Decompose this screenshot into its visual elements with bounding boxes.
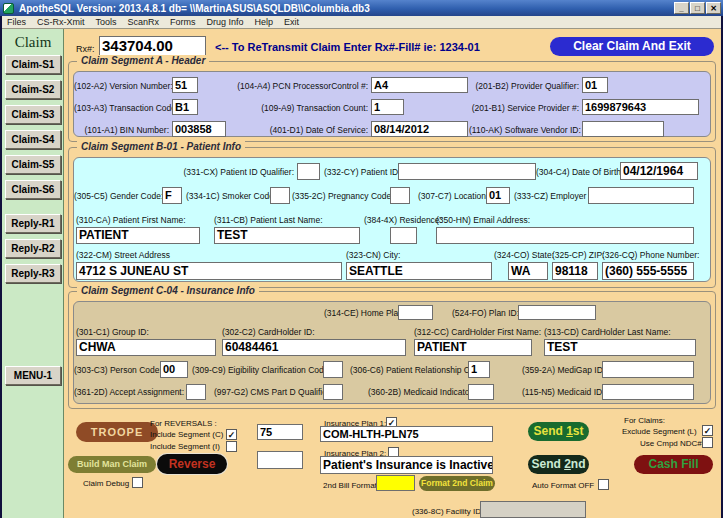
street-address-field[interactable]: 4712 S JUNEAU ST	[76, 262, 342, 280]
menu-cs-rx-xmit[interactable]: CS-Rx-Xmit	[37, 17, 85, 27]
insurance-plan1-field[interactable]: COM-HLTH-PLN75	[320, 426, 493, 442]
accept-assignment-field[interactable]	[186, 384, 206, 400]
segment-b-title: Claim Segment B-01 - Patient Info	[77, 141, 245, 152]
maximize-icon[interactable]: □	[690, 2, 705, 14]
smoker-code-field[interactable]	[270, 187, 290, 204]
clear-claim-exit-button[interactable]: Clear Claim And Exit	[550, 37, 714, 56]
facility-id-field[interactable]	[480, 501, 586, 518]
claim-debug-label: Claim Debug	[83, 479, 129, 488]
plan-id-field[interactable]	[518, 305, 596, 320]
sidebar-item-reply-r1[interactable]: Reply-R1	[5, 214, 61, 233]
accept-assignment-label: (361-2D) Accept Assignment:	[74, 387, 184, 397]
menu-scanrx[interactable]: ScanRx	[128, 17, 160, 27]
patient-last-name-field[interactable]: TEST	[214, 227, 360, 244]
phone-number-field[interactable]: (360) 555-5555	[602, 262, 694, 280]
email-address-field[interactable]	[436, 227, 694, 244]
gender-code-label: (305-C5) Gender Code:	[74, 191, 160, 201]
residence-field[interactable]	[390, 227, 417, 244]
version-number-field[interactable]: 51	[172, 77, 198, 93]
reverse-button[interactable]: Reverse	[157, 454, 227, 474]
state-field[interactable]: WA	[508, 262, 548, 280]
patient-id-field[interactable]	[398, 163, 536, 180]
group-id-label: (301-C1) Group ID:	[76, 327, 149, 337]
home-plan-field[interactable]	[398, 305, 433, 320]
send-2nd-suffix: nd	[571, 457, 586, 471]
rx-number-field[interactable]: 343704.00	[99, 36, 206, 56]
sidebar-item-claim-s2[interactable]: Claim-S2	[5, 80, 61, 99]
cardholder-id-field[interactable]: 60484461	[222, 339, 406, 356]
menu-help[interactable]: Help	[255, 17, 274, 27]
group-id-field[interactable]: CHWA	[76, 339, 216, 356]
cash-fill-button[interactable]: Cash Fill	[634, 455, 713, 474]
use-cmpd-ndc-checkbox[interactable]	[702, 437, 713, 448]
service-provider-field[interactable]: 1699879643	[582, 99, 699, 115]
patient-id-qualifier-field[interactable]	[297, 163, 320, 180]
provider-qualifier-label: (201-B2) Provider Qualifier:	[469, 81, 579, 91]
date-of-birth-field[interactable]: 04/12/1964	[620, 162, 698, 180]
second-bill-format-field[interactable]	[376, 475, 415, 491]
medicaid-indicator-field[interactable]	[468, 384, 494, 400]
minimize-icon[interactable]: _	[674, 2, 689, 14]
menu-drug-info[interactable]: Drug Info	[207, 17, 244, 27]
claim-debug-checkbox[interactable]	[132, 477, 143, 488]
city-field[interactable]: SEATTLE	[346, 262, 492, 280]
transaction-code-field[interactable]: B1	[172, 99, 198, 115]
sidebar-item-reply-r2[interactable]: Reply-R2	[5, 239, 61, 258]
troope-button[interactable]: TROOPE	[76, 422, 158, 442]
cardholder-first-name-label: (312-CC) CardHolder First Name:	[414, 327, 541, 337]
segment-a-group: Claim Segment A - Header (102-A2) Versio…	[68, 61, 716, 142]
sidebar-item-reply-r3[interactable]: Reply-R3	[5, 264, 61, 283]
sidebar-item-claim-s6[interactable]: Claim-S6	[5, 180, 61, 199]
auto-format-off-checkbox[interactable]	[598, 479, 609, 490]
cardholder-last-name-field[interactable]: TEST	[544, 339, 696, 356]
pregnancy-code-field[interactable]	[390, 187, 410, 204]
format-2nd-claim-button[interactable]: Format 2nd Claim	[419, 476, 495, 491]
location-field[interactable]: 01	[486, 187, 510, 204]
sidebar-item-claim-s1[interactable]: Claim-S1	[5, 55, 61, 74]
eligibility-clarification-field[interactable]	[323, 361, 343, 378]
location-label: (307-C7) Location:	[418, 191, 484, 201]
service-provider-label: (201-B1) Service Provider #:	[469, 103, 579, 113]
auto-format-off-label: Auto Format OFF	[532, 481, 594, 490]
title-bar[interactable]: ApotheSQL Version: 2013.4.8.1 db= \\Mart…	[0, 0, 723, 16]
software-vendor-field[interactable]	[582, 121, 664, 137]
date-of-service-field[interactable]: 08/14/2012	[371, 121, 468, 137]
reversal-code-2-field[interactable]	[257, 451, 303, 469]
build-man-claim-button[interactable]: Build Man Claim	[68, 456, 156, 473]
provider-qualifier-field[interactable]: 01	[582, 77, 608, 93]
close-icon[interactable]: ✕	[706, 2, 721, 14]
segment-b-group: Claim Segment B-01 - Patient Info (331-C…	[68, 147, 716, 288]
medigap-id-field[interactable]	[602, 361, 694, 378]
include-segment-i-checkbox[interactable]	[226, 441, 237, 452]
zip-field[interactable]: 98118	[552, 262, 598, 280]
medicaid-id-field[interactable]	[602, 384, 694, 400]
pcn-field[interactable]: A4	[371, 77, 468, 93]
exclude-segment-l-checkbox[interactable]: ✓	[702, 425, 713, 436]
transaction-count-field[interactable]: 1	[371, 99, 404, 115]
sidebar-item-claim-s3[interactable]: Claim-S3	[5, 105, 61, 124]
gender-code-field[interactable]: F	[162, 187, 182, 204]
main-content: Claim Claim-S1 Claim-S2 Claim-S3 Claim-S…	[2, 29, 721, 518]
cms-part-d-field[interactable]	[323, 384, 343, 400]
patient-relationship-field[interactable]: 1	[468, 361, 490, 378]
menu-forms[interactable]: Forms	[170, 17, 196, 27]
sidebar-item-claim-s4[interactable]: Claim-S4	[5, 130, 61, 149]
employer-id-field[interactable]	[588, 187, 694, 204]
sidebar-item-menu-1[interactable]: MENU-1	[5, 366, 61, 385]
include-segment-c-checkbox[interactable]: ✓	[226, 429, 237, 440]
cardholder-first-name-field[interactable]: PATIENT	[414, 339, 532, 356]
sidebar-item-claim-s5[interactable]: Claim-S5	[5, 155, 61, 174]
patient-first-name-field[interactable]: PATIENT	[76, 227, 200, 244]
software-vendor-label: (110-AK) Software Vendor ID:	[469, 125, 579, 135]
insurance-plan2-field[interactable]: Patient's Insurance is Inactive	[320, 456, 493, 474]
reversal-code-field[interactable]: 75	[257, 424, 303, 440]
menu-files[interactable]: Files	[7, 17, 26, 27]
menu-exit[interactable]: Exit	[284, 17, 299, 27]
segment-a-title: Claim Segment A - Header	[77, 55, 209, 66]
check-mark: ✓	[228, 430, 236, 440]
person-code-field[interactable]: 00	[160, 361, 188, 378]
menu-tools[interactable]: Tools	[96, 17, 117, 27]
residence-label: (384-4X) Residence:	[364, 215, 442, 225]
send-2nd-button[interactable]: Send 2nd	[528, 455, 589, 474]
send-1st-button[interactable]: Send 1st	[528, 422, 589, 441]
